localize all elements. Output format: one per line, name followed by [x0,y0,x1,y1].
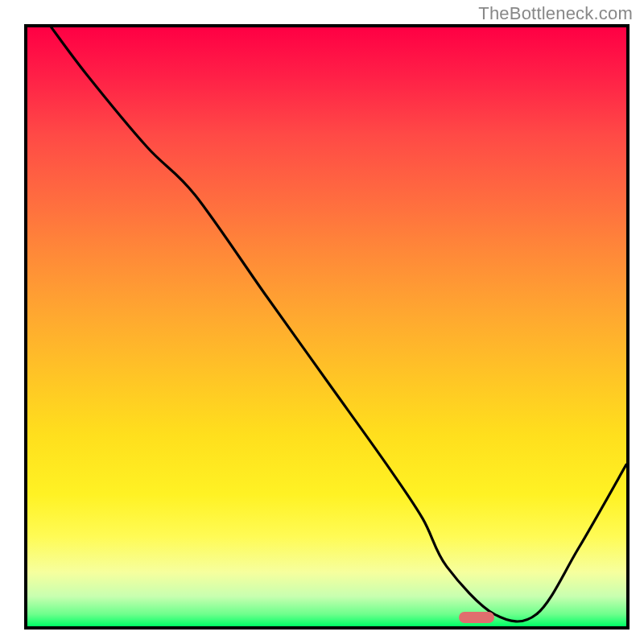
watermark-text: TheBottleneck.com [478,3,633,24]
bottleneck-curve [27,27,626,626]
chart-frame [24,24,630,630]
optimal-point-indicator [459,612,494,623]
